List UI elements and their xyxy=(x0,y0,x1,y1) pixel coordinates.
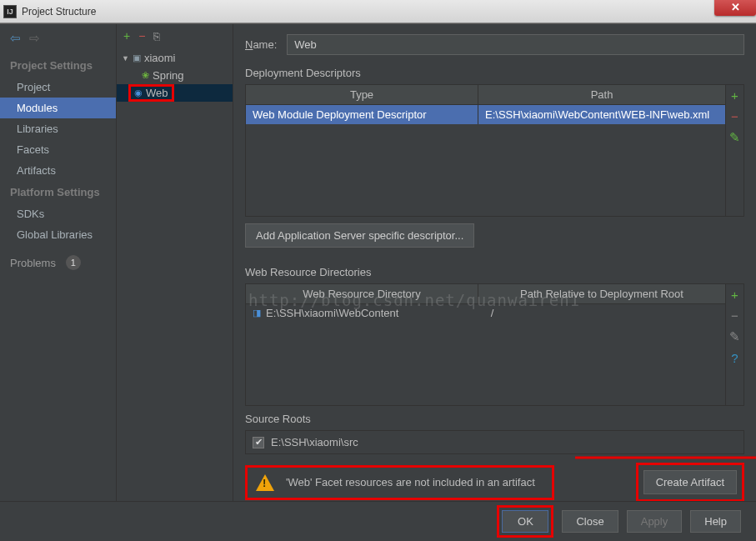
nav-history: ⇦ ⇨ xyxy=(0,31,116,54)
remove-icon[interactable]: − xyxy=(138,29,145,43)
annotation-box: Create Artifact xyxy=(636,463,744,501)
app-icon: IJ xyxy=(3,5,17,18)
tree-label: Spring xyxy=(153,69,184,82)
table-side-tools: + − ✎ ? xyxy=(725,284,743,405)
project-settings-header: Project Settings xyxy=(0,54,116,77)
table-filler xyxy=(246,322,725,405)
titlebar: IJ Project Structure ✕ xyxy=(0,0,756,23)
module-icon: ▣ xyxy=(133,53,141,63)
main-area: ⇦ ⇨ Project Settings Project Modules Lib… xyxy=(0,23,756,501)
forward-arrow-icon[interactable]: ⇨ xyxy=(29,31,40,46)
remove-icon[interactable]: − xyxy=(731,109,738,123)
annotation-box: ◉ Web xyxy=(128,84,174,102)
add-icon[interactable]: + xyxy=(731,88,738,103)
nav-global-libraries[interactable]: Global Libraries xyxy=(0,224,116,245)
warning-row: 'Web' Facet resources are not included i… xyxy=(245,463,744,501)
table-side-tools: + − ✎ xyxy=(725,85,743,216)
source-root-row[interactable]: ✔ E:\SSH\xiaomi\src xyxy=(245,430,744,454)
table-row[interactable]: Web Module Deployment Descriptor E:\SSH\… xyxy=(246,105,725,124)
cell-dir: E:\SSH\xiaomi\WebContent xyxy=(266,307,479,319)
cancel-button[interactable]: Close xyxy=(562,510,618,533)
table-header: Type Path xyxy=(246,85,725,105)
tree-label: Web xyxy=(146,87,168,99)
add-app-server-descriptor-button[interactable]: Add Application Server specific descript… xyxy=(245,223,474,248)
platform-settings-header: Platform Settings xyxy=(0,181,116,203)
dialog-buttons: OK Close Apply Help xyxy=(0,501,756,541)
nav-facets[interactable]: Facets xyxy=(0,139,116,160)
checkbox-checked-icon[interactable]: ✔ xyxy=(253,437,264,448)
tree-node-spring[interactable]: ❀ Spring xyxy=(117,67,233,84)
facet-editor: Name: Deployment Descriptors Type Path W… xyxy=(233,24,756,501)
nav-artifacts[interactable]: Artifacts xyxy=(0,160,116,181)
add-icon[interactable]: + xyxy=(123,29,130,43)
tree-toolbar: + − ⎘ xyxy=(117,29,233,49)
ok-button[interactable]: OK xyxy=(502,510,548,533)
name-input[interactable] xyxy=(287,34,744,55)
back-arrow-icon[interactable]: ⇦ xyxy=(10,31,21,46)
help-button[interactable]: Help xyxy=(690,510,741,533)
add-icon[interactable]: + xyxy=(731,288,738,302)
name-label: Name: xyxy=(245,38,277,51)
nav-modules[interactable]: Modules xyxy=(0,98,116,118)
window-title: Project Structure xyxy=(22,6,96,18)
window-close-button[interactable]: ✕ xyxy=(714,0,756,16)
tree-node-web[interactable]: ◉ Web xyxy=(117,84,233,102)
warning-text: 'Web' Facet resources are not included i… xyxy=(286,476,535,488)
resource-table: Web Resource Directory Path Relative to … xyxy=(245,283,744,406)
tree-label: xiaomi xyxy=(144,52,176,64)
table-header: Web Resource Directory Path Relative to … xyxy=(246,284,725,304)
web-icon: ◉ xyxy=(134,88,143,98)
folder-icon: ◨ xyxy=(253,308,261,318)
nav-problems[interactable]: Problems 1 xyxy=(0,245,116,280)
copy-icon[interactable]: ⎘ xyxy=(153,30,160,43)
remove-icon[interactable]: − xyxy=(731,308,738,323)
settings-nav: ⇦ ⇨ Project Settings Project Modules Lib… xyxy=(0,24,117,501)
annotation-box: 'Web' Facet resources are not included i… xyxy=(245,465,554,500)
source-roots-label: Source Roots xyxy=(245,413,744,425)
deployment-descriptors-label: Deployment Descriptors xyxy=(245,67,744,79)
table-row[interactable]: ◨ E:\SSH\xiaomi\WebContent / xyxy=(246,304,725,322)
edit-icon[interactable]: ✎ xyxy=(729,329,740,344)
nav-sdks[interactable]: SDKs xyxy=(0,203,116,224)
problems-label: Problems xyxy=(10,257,56,269)
col-type[interactable]: Type xyxy=(246,85,478,104)
chevron-down-icon[interactable]: ▼ xyxy=(122,54,129,63)
warning-icon xyxy=(256,474,274,491)
name-row: Name: xyxy=(245,34,744,55)
col-path[interactable]: Path xyxy=(478,85,725,104)
web-resource-dirs-label: Web Resource Directories xyxy=(245,266,744,278)
spring-icon: ❀ xyxy=(142,70,149,81)
edit-icon[interactable]: ✎ xyxy=(729,130,740,145)
nav-libraries[interactable]: Libraries xyxy=(0,118,116,139)
col-resource-dir[interactable]: Web Resource Directory xyxy=(246,284,478,303)
cell-type: Web Module Deployment Descriptor xyxy=(246,105,478,124)
annotation-box: OK xyxy=(497,505,553,538)
create-artifact-button[interactable]: Create Artifact xyxy=(643,470,737,494)
tree-node-xiaomi[interactable]: ▼ ▣ xiaomi xyxy=(117,49,233,67)
module-tree: + − ⎘ ▼ ▣ xiaomi ❀ Spring ◉ Web xyxy=(117,24,233,501)
help-icon[interactable]: ? xyxy=(731,351,738,365)
problems-count-badge: 1 xyxy=(66,255,81,270)
cell-rel: / xyxy=(484,307,718,319)
nav-project[interactable]: Project xyxy=(0,77,116,98)
deployment-table: Type Path Web Module Deployment Descript… xyxy=(245,84,744,217)
col-deploy-path[interactable]: Path Relative to Deployment Root xyxy=(478,284,725,303)
cell-path: E:\SSH\xiaomi\WebContent\WEB-INF\web.xml xyxy=(478,105,725,124)
apply-button[interactable]: Apply xyxy=(627,510,683,533)
source-root-path: E:\SSH\xiaomi\src xyxy=(271,436,358,448)
table-filler xyxy=(246,124,725,216)
